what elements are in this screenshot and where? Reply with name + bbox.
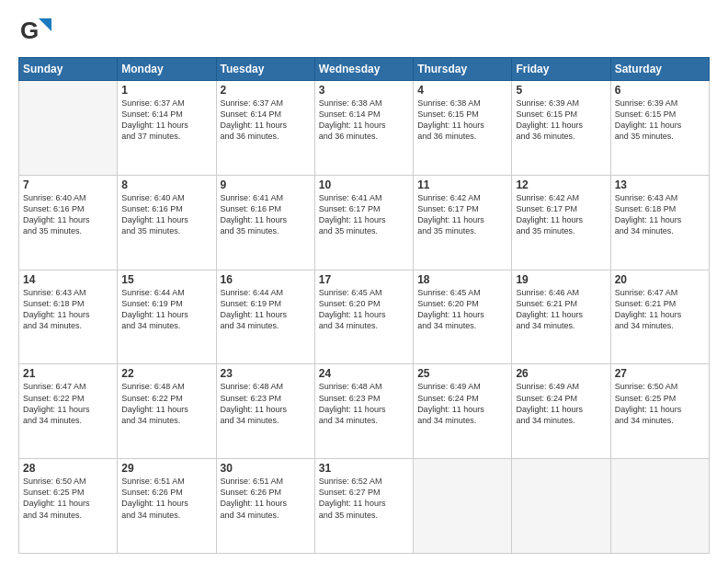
day-info: Sunrise: 6:52 AM Sunset: 6:27 PM Dayligh… [319, 476, 409, 521]
day-info: Sunrise: 6:50 AM Sunset: 6:25 PM Dayligh… [615, 381, 705, 426]
calendar-cell: 16Sunrise: 6:44 AM Sunset: 6:19 PM Dayli… [216, 270, 314, 364]
calendar-cell: 7Sunrise: 6:40 AM Sunset: 6:16 PM Daylig… [19, 175, 118, 270]
calendar-header-row: SundayMondayTuesdayWednesdayThursdayFrid… [19, 58, 710, 81]
calendar-table: SundayMondayTuesdayWednesdayThursdayFrid… [18, 57, 710, 554]
day-number: 25 [417, 367, 507, 380]
day-info: Sunrise: 6:44 AM Sunset: 6:19 PM Dayligh… [221, 287, 311, 332]
day-number: 24 [319, 367, 409, 380]
day-info: Sunrise: 6:43 AM Sunset: 6:18 PM Dayligh… [615, 192, 705, 237]
calendar-cell: 31Sunrise: 6:52 AM Sunset: 6:27 PM Dayli… [314, 459, 413, 554]
day-info: Sunrise: 6:41 AM Sunset: 6:16 PM Dayligh… [221, 192, 311, 237]
day-info: Sunrise: 6:48 AM Sunset: 6:22 PM Dayligh… [121, 381, 211, 426]
calendar-header-tuesday: Tuesday [216, 58, 314, 81]
calendar-header-thursday: Thursday [414, 58, 512, 81]
calendar-cell: 24Sunrise: 6:48 AM Sunset: 6:23 PM Dayli… [314, 364, 413, 459]
calendar-cell: 23Sunrise: 6:48 AM Sunset: 6:23 PM Dayli… [216, 364, 314, 459]
day-info: Sunrise: 6:39 AM Sunset: 6:15 PM Dayligh… [615, 98, 705, 143]
calendar-cell: 19Sunrise: 6:46 AM Sunset: 6:21 PM Dayli… [512, 270, 610, 364]
day-info: Sunrise: 6:48 AM Sunset: 6:23 PM Dayligh… [319, 381, 409, 426]
day-info: Sunrise: 6:38 AM Sunset: 6:15 PM Dayligh… [417, 98, 507, 143]
calendar-cell: 18Sunrise: 6:45 AM Sunset: 6:20 PM Dayli… [414, 270, 512, 364]
day-number: 7 [23, 178, 113, 191]
calendar-cell: 11Sunrise: 6:42 AM Sunset: 6:17 PM Dayli… [414, 175, 512, 270]
day-number: 19 [516, 273, 606, 286]
day-number: 29 [121, 462, 211, 475]
calendar-cell: 14Sunrise: 6:43 AM Sunset: 6:18 PM Dayli… [19, 270, 118, 364]
calendar-cell: 4Sunrise: 6:38 AM Sunset: 6:15 PM Daylig… [414, 81, 512, 176]
page: G SundayMondayTuesdayWednesdayThursdayFr… [0, 0, 728, 563]
calendar-cell [610, 459, 709, 554]
logo-icon: G [18, 15, 51, 48]
day-number: 28 [23, 462, 113, 475]
day-number: 12 [516, 178, 606, 191]
calendar-week-1: 1Sunrise: 6:37 AM Sunset: 6:14 PM Daylig… [19, 81, 710, 176]
calendar-cell: 9Sunrise: 6:41 AM Sunset: 6:16 PM Daylig… [216, 175, 314, 270]
calendar-week-3: 14Sunrise: 6:43 AM Sunset: 6:18 PM Dayli… [19, 270, 710, 364]
day-info: Sunrise: 6:42 AM Sunset: 6:17 PM Dayligh… [516, 192, 606, 237]
day-number: 18 [417, 273, 507, 286]
day-number: 22 [121, 367, 211, 380]
calendar-cell: 1Sunrise: 6:37 AM Sunset: 6:14 PM Daylig… [118, 81, 216, 176]
calendar-header-monday: Monday [118, 58, 216, 81]
calendar-week-4: 21Sunrise: 6:47 AM Sunset: 6:22 PM Dayli… [19, 364, 710, 459]
day-number: 1 [121, 84, 211, 97]
day-info: Sunrise: 6:41 AM Sunset: 6:17 PM Dayligh… [319, 192, 409, 237]
day-info: Sunrise: 6:47 AM Sunset: 6:21 PM Dayligh… [615, 287, 705, 332]
day-number: 20 [615, 273, 705, 286]
calendar-week-5: 28Sunrise: 6:50 AM Sunset: 6:25 PM Dayli… [19, 459, 710, 554]
calendar-cell: 30Sunrise: 6:51 AM Sunset: 6:26 PM Dayli… [216, 459, 314, 554]
day-info: Sunrise: 6:51 AM Sunset: 6:26 PM Dayligh… [121, 476, 211, 521]
calendar-header-saturday: Saturday [610, 58, 709, 81]
calendar-header-friday: Friday [512, 58, 610, 81]
day-number: 16 [221, 273, 311, 286]
day-info: Sunrise: 6:49 AM Sunset: 6:24 PM Dayligh… [516, 381, 606, 426]
day-number: 26 [516, 367, 606, 380]
day-number: 14 [23, 273, 113, 286]
calendar-cell [19, 81, 118, 176]
day-number: 13 [615, 178, 705, 191]
calendar-cell: 17Sunrise: 6:45 AM Sunset: 6:20 PM Dayli… [314, 270, 413, 364]
calendar-cell: 5Sunrise: 6:39 AM Sunset: 6:15 PM Daylig… [512, 81, 610, 176]
day-info: Sunrise: 6:45 AM Sunset: 6:20 PM Dayligh… [417, 287, 507, 332]
day-info: Sunrise: 6:46 AM Sunset: 6:21 PM Dayligh… [516, 287, 606, 332]
day-number: 21 [23, 367, 113, 380]
calendar-cell: 8Sunrise: 6:40 AM Sunset: 6:16 PM Daylig… [118, 175, 216, 270]
day-info: Sunrise: 6:44 AM Sunset: 6:19 PM Dayligh… [121, 287, 211, 332]
calendar-cell: 15Sunrise: 6:44 AM Sunset: 6:19 PM Dayli… [118, 270, 216, 364]
day-number: 23 [221, 367, 311, 380]
calendar-cell: 6Sunrise: 6:39 AM Sunset: 6:15 PM Daylig… [610, 81, 709, 176]
calendar-cell: 2Sunrise: 6:37 AM Sunset: 6:14 PM Daylig… [216, 81, 314, 176]
calendar-week-2: 7Sunrise: 6:40 AM Sunset: 6:16 PM Daylig… [19, 175, 710, 270]
day-info: Sunrise: 6:47 AM Sunset: 6:22 PM Dayligh… [23, 381, 113, 426]
logo: G [18, 15, 53, 48]
calendar-cell: 28Sunrise: 6:50 AM Sunset: 6:25 PM Dayli… [19, 459, 118, 554]
day-number: 15 [121, 273, 211, 286]
calendar-cell: 25Sunrise: 6:49 AM Sunset: 6:24 PM Dayli… [414, 364, 512, 459]
calendar-cell: 27Sunrise: 6:50 AM Sunset: 6:25 PM Dayli… [610, 364, 709, 459]
calendar-cell: 20Sunrise: 6:47 AM Sunset: 6:21 PM Dayli… [610, 270, 709, 364]
day-info: Sunrise: 6:37 AM Sunset: 6:14 PM Dayligh… [121, 98, 211, 143]
calendar-cell: 10Sunrise: 6:41 AM Sunset: 6:17 PM Dayli… [314, 175, 413, 270]
calendar-cell: 13Sunrise: 6:43 AM Sunset: 6:18 PM Dayli… [610, 175, 709, 270]
calendar-cell [414, 459, 512, 554]
day-info: Sunrise: 6:45 AM Sunset: 6:20 PM Dayligh… [319, 287, 409, 332]
calendar-cell: 12Sunrise: 6:42 AM Sunset: 6:17 PM Dayli… [512, 175, 610, 270]
day-number: 17 [319, 273, 409, 286]
day-number: 10 [319, 178, 409, 191]
day-number: 5 [516, 84, 606, 97]
day-number: 2 [221, 84, 311, 97]
day-info: Sunrise: 6:42 AM Sunset: 6:17 PM Dayligh… [417, 192, 507, 237]
calendar-header-sunday: Sunday [19, 58, 118, 81]
day-info: Sunrise: 6:39 AM Sunset: 6:15 PM Dayligh… [516, 98, 606, 143]
day-number: 9 [221, 178, 311, 191]
day-number: 27 [615, 367, 705, 380]
header: G [18, 15, 710, 48]
day-info: Sunrise: 6:40 AM Sunset: 6:16 PM Dayligh… [121, 192, 211, 237]
day-number: 4 [417, 84, 507, 97]
calendar-cell: 29Sunrise: 6:51 AM Sunset: 6:26 PM Dayli… [118, 459, 216, 554]
day-number: 11 [417, 178, 507, 191]
day-number: 3 [319, 84, 409, 97]
day-info: Sunrise: 6:38 AM Sunset: 6:14 PM Dayligh… [319, 98, 409, 143]
calendar-cell [512, 459, 610, 554]
calendar-cell: 3Sunrise: 6:38 AM Sunset: 6:14 PM Daylig… [314, 81, 413, 176]
